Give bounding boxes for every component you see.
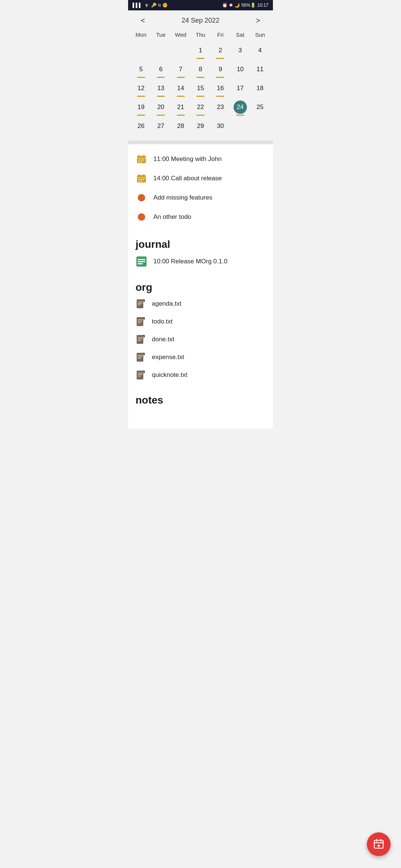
day-number: 14 [174,82,188,95]
org-file-item[interactable]: quicknote.txt [128,366,273,384]
svg-rect-16 [143,179,144,180]
svg-rect-9 [141,161,142,162]
weekday-mon: Mon [131,29,151,40]
moon-icon: 🌙 [234,3,240,8]
day-cell[interactable]: 29 [190,117,210,136]
weekday-sun: Sun [250,29,270,40]
svg-rect-15 [141,179,142,180]
day-cell[interactable]: 23 [211,98,230,117]
battery-icon: 56%🔋 [241,3,256,8]
day-cell[interactable]: 22 [190,98,210,117]
day-cell[interactable]: 19 [131,98,151,117]
day-cell[interactable]: 2 [211,42,230,60]
event-dot [216,96,224,97]
day-cell[interactable]: 28 [171,117,190,136]
day-cell[interactable]: 7 [171,60,190,79]
day-cell[interactable]: 30 [211,117,230,136]
svg-rect-17 [138,181,140,182]
event-item[interactable]: 11:00 Meeting with John [136,149,265,169]
day-cell[interactable]: 11 [250,60,270,79]
svg-rect-4 [143,155,144,157]
svg-rect-6 [141,160,142,161]
svg-rect-30 [138,321,142,322]
day-number: 12 [134,82,148,95]
calendar-event-icon [136,153,147,165]
svg-rect-39 [138,355,142,356]
day-number: 25 [253,101,267,114]
day-cell[interactable]: 14 [171,79,190,98]
org-file-item[interactable]: done.txt [128,331,273,348]
org-file-item[interactable]: todo.txt [128,313,273,331]
signal-icon: ▌▌▌ [133,3,142,8]
day-cell[interactable]: 17 [230,79,250,98]
next-month-button[interactable]: > [252,15,264,26]
day-cell[interactable]: 6 [151,60,170,79]
day-cell[interactable]: 8 [190,60,210,79]
svg-rect-24 [138,302,142,302]
todo-icon [136,192,147,204]
event-dot [177,115,185,116]
event-item[interactable]: 14:00 Call about release [136,169,265,188]
event-dot [137,96,145,97]
day-number: 19 [134,101,148,114]
day-cell[interactable]: 18 [250,79,270,98]
org-files: agenda.txt todo.txt done.txt expense.txt… [128,295,273,384]
svg-rect-41 [138,358,141,359]
day-number: 10 [234,63,247,76]
day-cell[interactable]: 12 [131,79,151,98]
org-file-name: quicknote.txt [152,371,187,379]
nfc-icon: N [158,3,161,7]
day-cell[interactable]: 24 [230,98,250,117]
event-text: 14:00 Call about release [153,175,222,182]
svg-rect-31 [138,322,141,323]
day-number [174,44,188,57]
day-cell[interactable]: 5 [131,60,151,79]
day-number: 4 [253,44,267,57]
event-text: Add missing features [153,194,212,201]
day-cell[interactable]: 15 [190,79,210,98]
day-number: 6 [154,63,167,76]
org-file-item[interactable]: expense.txt [128,348,273,366]
svg-rect-13 [143,174,144,176]
day-cell[interactable]: 9 [211,60,230,79]
file-icon [136,316,146,327]
events-section: 11:00 Meeting with John 14:00 Call about… [128,144,273,232]
svg-rect-18 [141,181,142,182]
day-cell[interactable]: 13 [151,79,170,98]
day-number [134,44,148,57]
day-cell [131,42,151,60]
org-file-name: expense.txt [152,354,184,361]
day-cell[interactable]: 21 [171,98,190,117]
event-dot [196,115,205,116]
day-cell [250,117,270,136]
event-item[interactable]: Add missing features [136,188,265,207]
event-dot [137,77,145,78]
day-number: 24 [234,101,247,114]
day-number: 29 [194,119,207,133]
event-item[interactable]: An other todo [136,207,265,227]
day-cell[interactable]: 16 [211,79,230,98]
journal-item-text: 10:00 Release MOrg 0.1.0 [153,258,227,265]
calendar-icon [136,154,147,164]
day-cell[interactable]: 3 [230,42,250,60]
weekday-thu: Thu [190,29,210,40]
event-dot [196,96,205,97]
event-dot [196,58,205,59]
journal-label: journal [136,239,265,250]
day-cell[interactable]: 27 [151,117,170,136]
day-cell[interactable]: 25 [250,98,270,117]
alarm-icon: ⏰ [222,3,228,8]
day-cell[interactable]: 10 [230,60,250,79]
prev-month-button[interactable]: < [137,15,149,26]
day-cell[interactable]: 1 [190,42,210,60]
day-cell[interactable]: 26 [131,117,151,136]
day-cell[interactable]: 4 [250,42,270,60]
day-cell[interactable]: 20 [151,98,170,117]
org-file-item[interactable]: agenda.txt [128,295,273,313]
day-cell [230,117,250,136]
notes-label: notes [136,394,265,406]
divider-1 [128,141,273,144]
bluetooth-icon: ✱ [229,3,233,8]
day-number: 13 [154,82,167,95]
journal-item[interactable]: 10:00 Release MOrg 0.1.0 [128,252,273,271]
